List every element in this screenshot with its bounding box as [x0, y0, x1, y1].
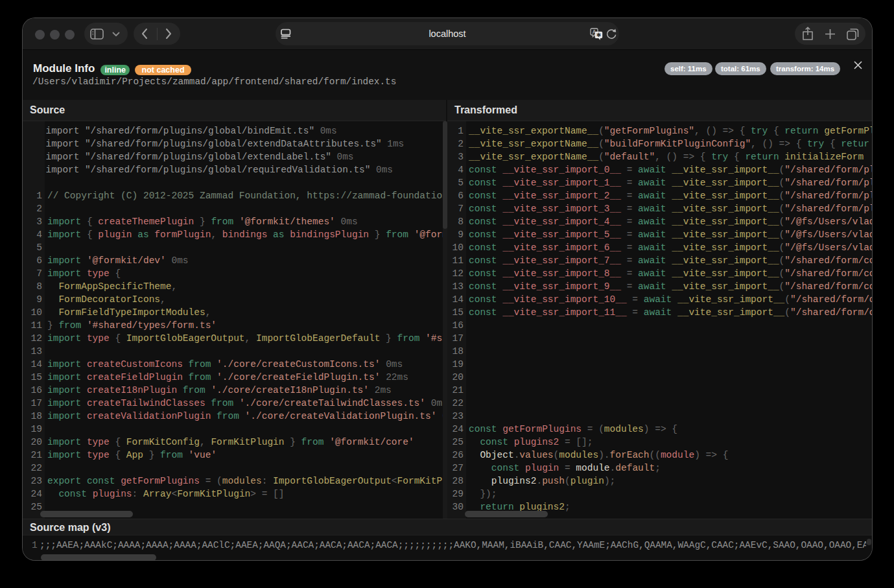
svg-text:✱: ✱ [596, 32, 602, 38]
